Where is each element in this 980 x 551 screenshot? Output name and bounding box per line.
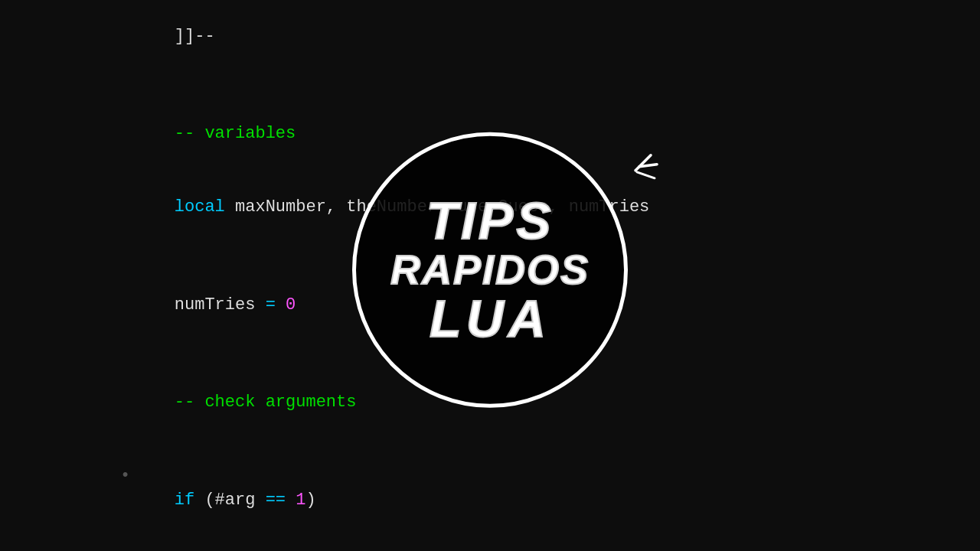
- logo-overlay: TIPS RAPIDOS LUA: [352, 132, 628, 408]
- svg-line-2: [637, 172, 655, 178]
- code-line-9: • if (#arg == 1): [134, 439, 965, 537]
- code-line-10: then: [134, 537, 965, 551]
- sparks-decoration: [612, 148, 658, 194]
- svg-line-0: [635, 155, 651, 171]
- logo-lua: LUA: [390, 292, 590, 346]
- code-line-1: ]]--: [134, 0, 965, 73]
- logo-tips: TIPS: [390, 194, 590, 248]
- logo-text-block: TIPS RAPIDOS LUA: [390, 194, 590, 346]
- logo-rapidos: RAPIDOS: [390, 248, 590, 292]
- code-line-2: [134, 73, 965, 98]
